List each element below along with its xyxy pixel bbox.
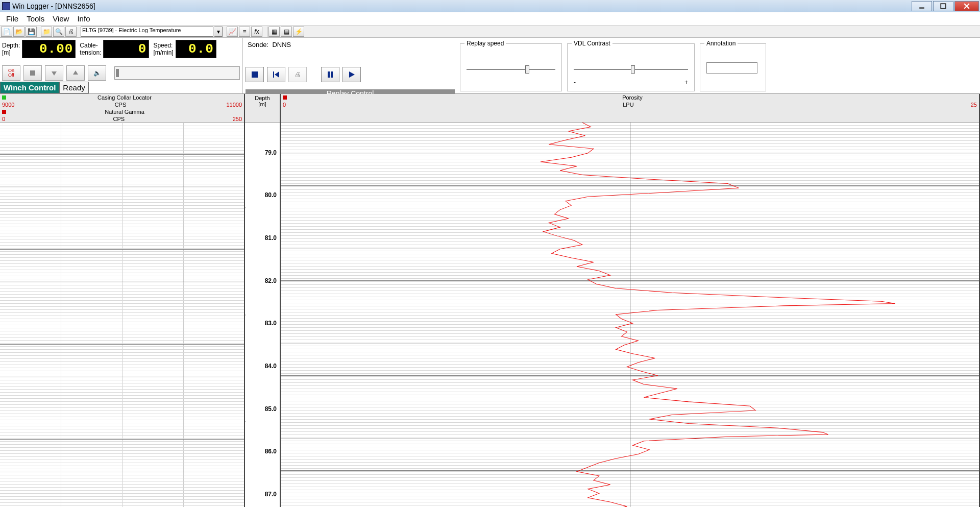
gamma-marker-icon xyxy=(2,110,6,114)
speed-label: Speed:[m/min] xyxy=(153,42,173,57)
track-right-body[interactable] xyxy=(281,123,979,507)
svg-rect-5 xyxy=(328,71,330,78)
depth-tick: 80.0 xyxy=(265,191,277,199)
depth-tick: 84.0 xyxy=(265,363,277,370)
window-title: Win Logger - [DNNS2656] xyxy=(12,2,95,10)
menu-view[interactable]: View xyxy=(48,13,73,25)
annotation-group: Annotation xyxy=(700,40,766,91)
ccl-name: Casing Collar Locator xyxy=(7,94,242,101)
tool-chart-icon[interactable]: 📈 xyxy=(227,27,238,37)
depth-tick: 87.0 xyxy=(265,491,277,498)
replay-print-button[interactable]: 🖨 xyxy=(288,67,307,82)
winch-down-button[interactable] xyxy=(45,65,63,81)
ccl-unit: CPS xyxy=(14,102,226,108)
replay-stop-button[interactable] xyxy=(246,67,264,82)
tool-folder-icon[interactable]: 📁 xyxy=(41,27,52,37)
winch-stop-button[interactable] xyxy=(23,65,42,81)
close-button[interactable] xyxy=(954,1,979,11)
track-depth-body[interactable]: 79.080.081.082.083.084.085.086.087.0 xyxy=(245,123,280,507)
depth-tick: 86.0 xyxy=(265,448,277,455)
tool-print-icon[interactable]: 🖨 xyxy=(65,27,77,37)
track-left: Casing Collar Locator 9000 CPS 11000 Nat… xyxy=(0,94,245,507)
track-right: Porosity 0 LPU 25 xyxy=(281,94,980,507)
tool-grid-icon[interactable]: ▤ xyxy=(281,27,292,37)
tension-readout: 0 xyxy=(103,40,149,58)
svg-rect-1 xyxy=(941,4,946,9)
app-icon xyxy=(2,2,10,10)
channel-selector[interactable]: ELTG [9739] - Electric Log Temperature xyxy=(81,27,213,37)
depth-marker-icon xyxy=(245,312,246,318)
replay-rewind-button[interactable] xyxy=(267,67,285,82)
control-strip: Depth:[m] 0.00 Cable-tension: 0 Speed:[m… xyxy=(0,38,980,94)
tool-layers-icon[interactable]: ≡ xyxy=(239,27,250,37)
channel-selector-arrow[interactable]: ▾ xyxy=(214,27,223,37)
winch-up-button[interactable] xyxy=(66,65,85,81)
replay-pause-button[interactable] xyxy=(321,67,339,82)
tool-open-icon[interactable]: 📂 xyxy=(13,27,24,37)
menu-file[interactable]: File xyxy=(2,13,22,25)
depth-tick: 79.0 xyxy=(265,149,277,156)
svg-rect-3 xyxy=(252,71,258,78)
winch-control-label: Winch Control xyxy=(0,82,59,93)
replay-speed-group: Replay speed xyxy=(460,40,562,91)
tool-preview-icon[interactable]: 🔍 xyxy=(53,27,64,37)
toolbar: 📄 📂 💾 📁 🔍 🖨 ELTG [9739] - Electric Log T… xyxy=(0,26,980,38)
depth-marker-icon xyxy=(245,205,246,210)
depth-tick: 85.0 xyxy=(265,405,277,413)
tool-bolt-icon[interactable]: ⚡ xyxy=(293,27,304,37)
svg-rect-2 xyxy=(30,70,35,76)
porosity-unit: LPU xyxy=(286,102,971,108)
porosity-name: Porosity xyxy=(288,94,977,101)
vdl-contrast-slider[interactable] xyxy=(574,64,688,75)
track-left-body[interactable] xyxy=(0,123,244,507)
replay-play-button[interactable] xyxy=(342,67,361,82)
depth-readout: 0.00 xyxy=(22,40,76,58)
gamma-name: Natural Gamma xyxy=(7,109,242,115)
depth-title: Depth xyxy=(245,95,280,101)
sonde-value: DNNS xyxy=(272,41,291,49)
winch-speed-slider[interactable] xyxy=(114,66,240,80)
porosity-max: 25 xyxy=(971,102,977,108)
log-area: Casing Collar Locator 9000 CPS 11000 Nat… xyxy=(0,94,980,507)
depth-marker-icon xyxy=(245,419,246,424)
ccl-marker-icon xyxy=(2,95,6,100)
ccl-max: 11000 xyxy=(226,102,242,108)
minimize-button[interactable] xyxy=(912,1,932,11)
tool-save-icon[interactable]: 💾 xyxy=(26,27,37,37)
track-depth: Depth [m] 79.080.081.082.083.084.085.086… xyxy=(245,94,281,507)
replay-speed-slider[interactable] xyxy=(467,64,555,75)
depth-unit: [m] xyxy=(245,101,280,107)
replay-panel: Sonde: DNNS 🖨 Replay Control Replay spee… xyxy=(242,38,980,93)
winch-onoff-button[interactable]: On Off xyxy=(2,65,20,81)
tool-fx-icon[interactable]: fx xyxy=(251,27,262,37)
menu-tools[interactable]: Tools xyxy=(22,13,48,25)
maximize-button[interactable] xyxy=(933,1,953,11)
depth-tick: 81.0 xyxy=(265,234,277,242)
porosity-marker-icon xyxy=(283,95,287,100)
winch-status: Ready xyxy=(59,82,88,93)
tool-new-icon[interactable]: 📄 xyxy=(1,27,12,37)
annotation-input[interactable] xyxy=(706,62,757,74)
ccl-min: 9000 xyxy=(2,102,14,108)
winch-sound-button[interactable]: 🔈 xyxy=(88,65,106,81)
depth-tick: 83.0 xyxy=(265,320,277,327)
winch-panel: Depth:[m] 0.00 Cable-tension: 0 Speed:[m… xyxy=(0,38,242,93)
gamma-unit: CPS xyxy=(5,116,233,122)
title-bar: Win Logger - [DNNS2656] xyxy=(0,0,980,12)
vdl-contrast-group: VDL Contrast -+ xyxy=(567,40,695,91)
speed-readout: 0.0 xyxy=(176,40,216,58)
gamma-max: 250 xyxy=(233,116,242,122)
tension-label: Cable-tension: xyxy=(80,42,101,57)
sonde-row: Sonde: DNNS xyxy=(246,40,455,50)
svg-rect-0 xyxy=(919,7,924,8)
svg-rect-6 xyxy=(331,71,333,78)
menu-info[interactable]: Info xyxy=(73,13,94,25)
depth-tick: 82.0 xyxy=(265,277,277,284)
depth-label: Depth:[m] xyxy=(2,42,20,57)
svg-rect-4 xyxy=(273,71,274,78)
menu-bar: File Tools View Info xyxy=(0,12,980,26)
tool-calendar-icon[interactable]: ▦ xyxy=(268,27,280,37)
porosity-curve xyxy=(281,123,979,507)
